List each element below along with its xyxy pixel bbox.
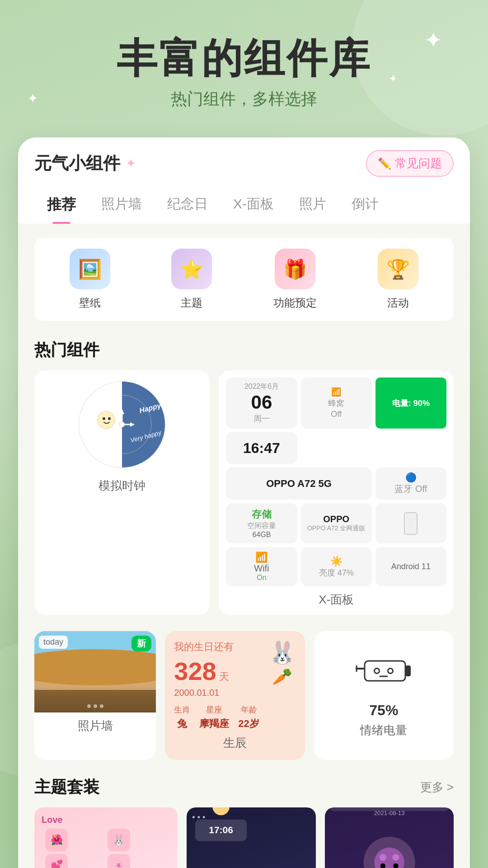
- theme-desert-dots: • • •: [192, 813, 310, 822]
- xp-date: 06: [251, 392, 272, 413]
- theme-card-desert[interactable]: 17:06 • • •: [187, 807, 315, 868]
- wallpaper-label: 壁纸: [79, 296, 101, 310]
- battery-percent: 75%: [369, 702, 398, 719]
- clock-widget[interactable]: Happy Very happy: [34, 370, 210, 615]
- dot-1: [87, 704, 91, 708]
- robot-battery-icon: [352, 653, 415, 698]
- tab-bar: 推荐 照片墙 纪念日 X-面板 照片 倒计: [18, 186, 470, 224]
- tab-photo[interactable]: 照片: [286, 186, 339, 224]
- function-label: 功能预定: [273, 296, 317, 310]
- widget-row-2: today 新 照片墙: [34, 631, 454, 760]
- svg-rect-18: [365, 661, 405, 681]
- carrot-icon: 🥕: [272, 667, 292, 686]
- xp-oppo: OPPO: [323, 514, 349, 524]
- photo-landscape-bg: today 新: [34, 631, 156, 712]
- theme-card-pink[interactable]: Love 🌺 🐰 💕 🌸 11:14 06/08 应晓东 y y d s 11:…: [34, 807, 178, 868]
- function-icon: 🎁: [275, 249, 315, 289]
- bday-animals: 🐰 🥕: [269, 640, 296, 686]
- logo-sparkle-icon: ✦: [126, 156, 136, 171]
- xp-bluetooth-cell: 🔵 蓝牙 Off: [375, 467, 446, 500]
- theme-card-purple[interactable]: 17:06 2021-08-13: [325, 807, 454, 868]
- photo-wall-label: 照片墙: [34, 712, 156, 739]
- svg-point-4: [97, 411, 115, 429]
- theme-desert-overlay: • • •: [187, 807, 315, 828]
- mini-icon-1: 🌺: [45, 829, 68, 851]
- clock-svg: Happy Very happy: [77, 379, 167, 470]
- xp-time: 16:47: [243, 440, 280, 457]
- theme-love-label: Love: [42, 815, 170, 825]
- birthday-widget[interactable]: 我的生日还有 328 天 2000.01.01 🐰 🥕 生肖: [165, 631, 305, 760]
- bday-unit: 天: [219, 670, 229, 684]
- zodiac-value: 兔: [177, 717, 187, 731]
- theme-section-title: 主题套装: [34, 776, 99, 798]
- battery-robot-svg: [352, 653, 415, 689]
- app-header: 元气小组件 ✦ ✏️ 常见问题: [18, 137, 470, 186]
- bday-star: 星座 摩羯座: [199, 704, 229, 731]
- xp-storage-size: 64GB: [252, 531, 271, 539]
- tab-recommend[interactable]: 推荐: [34, 186, 89, 224]
- sparkle-icon-2: ✦: [27, 90, 38, 106]
- category-activity[interactable]: 🏆 活动: [378, 249, 418, 310]
- xp-signal-value: Off: [331, 410, 342, 419]
- tab-xpanel[interactable]: X-面板: [221, 186, 286, 224]
- today-label: today: [39, 636, 68, 649]
- xp-battery: 电量: 90%: [375, 377, 446, 429]
- xp-signal-cell: 📶 蜂窝 Off: [301, 377, 372, 429]
- xp-time-cell: 16:47: [226, 432, 297, 464]
- xp-phone-cell: [375, 503, 446, 543]
- more-link[interactable]: 更多 >: [420, 779, 454, 795]
- battery-widget[interactable]: 75% 情绪电量: [314, 631, 454, 760]
- faq-label: 常见问题: [395, 156, 442, 171]
- xp-brightness: 亮度 47%: [319, 567, 354, 578]
- svg-point-43: [392, 854, 399, 861]
- faq-button[interactable]: ✏️ 常见问题: [366, 150, 454, 177]
- new-badge: 新: [131, 636, 151, 651]
- bday-zodiac: 生肖 兔: [174, 704, 190, 731]
- xpanel-label: X-面板: [226, 592, 446, 608]
- xp-oppo-app-cell: OPPO OPPO A72 全网通版: [301, 503, 372, 543]
- mini-icon-3: 💕: [45, 854, 68, 868]
- purple-svg: 17:06 2021-08-13: [325, 807, 454, 868]
- svg-rect-19: [405, 665, 411, 676]
- xp-bluetooth: 蓝牙 Off: [394, 483, 427, 495]
- zodiac-label: 生肖: [174, 704, 190, 715]
- photo-wall-widget[interactable]: today 新 照片墙: [34, 631, 156, 760]
- bday-date: 2000.01.01: [174, 688, 234, 698]
- svg-point-14: [34, 649, 156, 685]
- xp-android-cell: Android 11: [375, 547, 446, 586]
- svg-point-21: [375, 669, 379, 673]
- svg-point-42: [379, 854, 386, 861]
- xp-storage: 存储: [252, 508, 272, 521]
- category-wallpaper[interactable]: 🖼️ 壁纸: [70, 249, 110, 310]
- bunny-icon: 🐰: [269, 640, 296, 665]
- xp-weekday: 周一: [253, 413, 270, 424]
- phone-icon: [404, 512, 418, 535]
- clock-label: 模拟时钟: [99, 478, 145, 494]
- mini-icon-4: 🌸: [108, 854, 130, 868]
- xpanel-widget[interactable]: 2022年6月 06 周一 📶 蜂窝 Off 16:47 电量: 90%: [219, 370, 454, 615]
- xp-signal-label: 蜂窝: [328, 398, 344, 409]
- age-value: 22岁: [238, 717, 259, 731]
- sparkle-icon-1: ✦: [424, 27, 443, 53]
- bday-age: 年龄 22岁: [238, 704, 259, 731]
- svg-point-23: [389, 669, 392, 673]
- xp-wifi-label: Wifi: [254, 563, 269, 574]
- category-function[interactable]: 🎁 功能预定: [273, 249, 317, 310]
- bday-info: 生肖 兔 星座 摩羯座 年龄 22岁: [174, 704, 296, 731]
- xp-wifi-value: On: [257, 574, 266, 582]
- category-theme[interactable]: ⭐ 主题: [171, 249, 212, 310]
- tab-anniversary[interactable]: 纪念日: [155, 186, 221, 224]
- svg-rect-15: [34, 690, 156, 712]
- birthday-label: 生辰: [174, 735, 296, 751]
- dot-3: [100, 704, 103, 708]
- app-logo: 元气小组件 ✦: [34, 152, 136, 175]
- tab-countdown[interactable]: 倒计: [339, 186, 391, 224]
- widget-row-1: Happy Very happy: [34, 370, 454, 615]
- xp-storage-detail: 空闲容量: [247, 521, 276, 531]
- tab-photo-wall[interactable]: 照片墙: [89, 186, 155, 224]
- category-row: 🖼️ 壁纸 ⭐ 主题 🎁 功能预定 🏆 活动: [34, 238, 454, 321]
- bday-days: 328: [174, 656, 216, 686]
- theme-section-header: 主题套装 更多 >: [34, 776, 454, 798]
- age-label: 年龄: [241, 704, 257, 715]
- xp-month-year: 2022年6月: [244, 382, 279, 392]
